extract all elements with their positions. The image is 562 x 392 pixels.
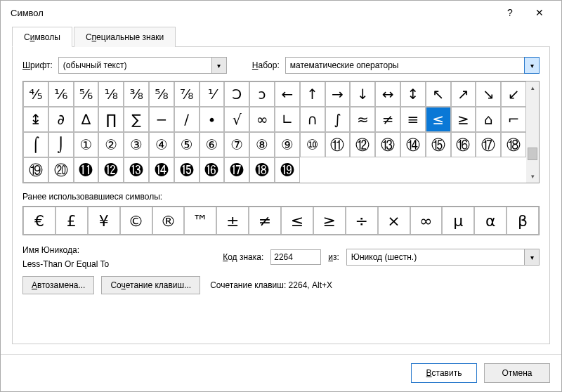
symbol-cell[interactable]: ∆ [74, 107, 99, 132]
subset-input[interactable] [285, 57, 540, 74]
symbol-cell[interactable]: ⓮ [149, 157, 174, 183]
symbol-cell[interactable]: ⓲ [249, 157, 275, 183]
symbol-cell[interactable]: ≠ [375, 107, 400, 132]
symbol-cell[interactable]: ⑪ [325, 132, 351, 157]
symbol-cell[interactable]: ∕ [174, 107, 200, 132]
recent-symbol-cell[interactable]: ≠ [249, 207, 281, 235]
symbol-cell[interactable]: ③ [124, 132, 149, 157]
from-input[interactable] [346, 249, 540, 266]
recent-symbol-cell[interactable]: ∞ [410, 207, 443, 235]
symbol-cell[interactable]: ↨ [23, 107, 48, 132]
symbol-cell[interactable]: ⌐ [501, 107, 526, 132]
symbol-cell[interactable]: ⅙ [48, 81, 74, 107]
symbol-cell[interactable]: ⑮ [426, 132, 451, 157]
recent-symbol-cell[interactable]: α [474, 207, 507, 235]
symbol-cell[interactable]: ④ [149, 132, 174, 157]
recent-symbol-cell[interactable]: ® [152, 207, 185, 235]
recent-symbol-cell[interactable]: µ [442, 207, 474, 235]
symbol-cell[interactable]: ⑱ [501, 132, 526, 157]
symbol-cell[interactable]: ↄ [249, 81, 275, 107]
char-code-input[interactable] [270, 249, 321, 265]
symbol-cell[interactable]: − [149, 107, 174, 132]
symbol-cell[interactable]: Ↄ [224, 81, 249, 107]
recent-symbol-cell[interactable]: £ [55, 207, 88, 235]
symbol-cell[interactable]: ⑥ [200, 132, 225, 157]
grid-scrollbar[interactable]: ▴ ▾ [526, 81, 539, 183]
symbol-cell[interactable]: ⑳ [48, 157, 74, 183]
close-button[interactable]: ✕ [525, 2, 554, 23]
symbol-cell[interactable]: ← [275, 81, 300, 107]
tab-special-chars[interactable]: Специальные знаки [74, 27, 176, 47]
symbol-cell[interactable]: ⑨ [275, 132, 300, 157]
scroll-down-button[interactable]: ▾ [526, 170, 539, 183]
recent-symbol-cell[interactable]: ™ [184, 207, 216, 235]
symbol-cell[interactable]: ⓳ [275, 157, 300, 183]
symbol-cell[interactable]: ⓫ [74, 157, 99, 183]
symbol-cell[interactable]: ⅚ [74, 81, 99, 107]
symbol-cell[interactable]: ⑫ [350, 132, 375, 157]
symbol-cell[interactable]: ≈ [350, 107, 375, 132]
recent-symbol-cell[interactable]: ¥ [88, 207, 120, 235]
symbol-cell[interactable]: ⌡ [48, 132, 74, 157]
symbol-cell[interactable]: ⅘ [23, 81, 48, 107]
recent-symbol-cell[interactable]: ± [216, 207, 249, 235]
scroll-thumb[interactable] [528, 148, 537, 160]
chevron-down-icon[interactable]: ▾ [524, 249, 540, 266]
symbol-cell[interactable]: ⓭ [124, 157, 149, 183]
symbol-cell[interactable]: ≥ [451, 107, 476, 132]
chevron-down-icon[interactable]: ▾ [524, 57, 540, 74]
symbol-cell[interactable]: ⅝ [149, 81, 174, 107]
symbol-cell[interactable]: ⅜ [124, 81, 149, 107]
symbol-cell[interactable]: ∑ [124, 107, 149, 132]
symbol-cell[interactable]: ⌠ [23, 132, 48, 157]
recent-symbol-cell[interactable]: ≥ [313, 207, 346, 235]
shortcut-key-button[interactable]: Сочетание клавиш... [101, 276, 200, 294]
symbol-cell[interactable]: ∞ [249, 107, 275, 132]
symbol-cell[interactable]: ↕ [400, 81, 426, 107]
scroll-track[interactable] [526, 94, 539, 170]
symbol-cell[interactable]: ↑ [300, 81, 325, 107]
help-button[interactable]: ? [495, 2, 525, 23]
recent-symbol-cell[interactable]: × [378, 207, 410, 235]
recent-symbol-cell[interactable]: © [120, 207, 152, 235]
symbol-cell[interactable]: ⅟ [200, 81, 225, 107]
symbol-cell[interactable]: ① [74, 132, 99, 157]
symbol-cell[interactable]: ⑯ [451, 132, 476, 157]
symbol-cell[interactable]: ≤ [426, 107, 451, 132]
recent-symbol-cell[interactable]: ≤ [281, 207, 313, 235]
insert-button[interactable]: Вставить [411, 363, 477, 383]
symbol-cell[interactable]: ⅞ [174, 81, 200, 107]
subset-select[interactable]: ▾ [285, 57, 540, 74]
symbol-cell[interactable]: ⑬ [375, 132, 400, 157]
symbol-cell[interactable]: ∩ [300, 107, 325, 132]
symbol-cell[interactable]: ⑰ [476, 132, 501, 157]
symbol-cell[interactable]: ∙ [200, 107, 225, 132]
symbol-cell[interactable]: → [325, 81, 351, 107]
symbol-cell[interactable]: √ [224, 107, 249, 132]
symbol-cell[interactable]: ≡ [400, 107, 426, 132]
symbol-cell[interactable]: ⑲ [23, 157, 48, 183]
symbol-cell[interactable]: ⑧ [249, 132, 275, 157]
recent-symbol-cell[interactable]: ÷ [346, 207, 378, 235]
cancel-button[interactable]: Отмена [484, 363, 550, 383]
symbol-cell[interactable]: ⓬ [98, 157, 124, 183]
symbol-cell[interactable]: ∫ [325, 107, 351, 132]
symbol-cell[interactable]: ∏ [98, 107, 124, 132]
font-select[interactable]: ▾ [58, 57, 227, 74]
symbol-cell[interactable]: ↗ [451, 81, 476, 107]
from-select[interactable]: ▾ [346, 249, 540, 266]
symbol-cell[interactable]: ↖ [426, 81, 451, 107]
symbol-cell[interactable]: ↔ [375, 81, 400, 107]
symbol-cell[interactable]: ⑩ [300, 132, 325, 157]
symbol-cell[interactable]: ⑦ [224, 132, 249, 157]
symbol-cell[interactable]: ⓱ [224, 157, 249, 183]
symbol-cell[interactable]: ② [98, 132, 124, 157]
symbol-cell[interactable]: ↘ [476, 81, 501, 107]
chevron-down-icon[interactable]: ▾ [211, 57, 227, 74]
symbol-cell[interactable]: ⑭ [400, 132, 426, 157]
symbol-cell[interactable]: ⓰ [200, 157, 225, 183]
font-input[interactable] [58, 57, 227, 74]
symbol-cell[interactable]: ↓ [350, 81, 375, 107]
recent-symbol-cell[interactable]: β [507, 207, 539, 235]
symbol-cell[interactable]: ⌂ [476, 107, 501, 132]
